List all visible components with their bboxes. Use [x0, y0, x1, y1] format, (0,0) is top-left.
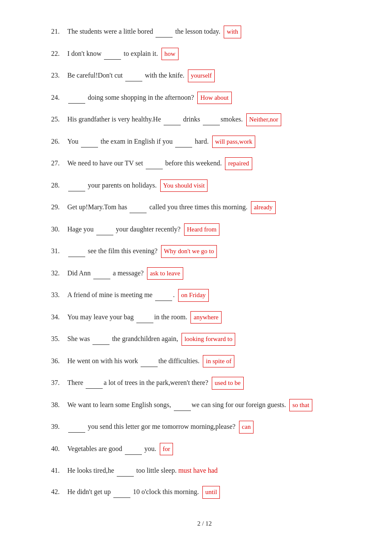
- blank: [130, 201, 147, 213]
- answer-box: on Friday: [178, 289, 209, 302]
- answer-box: Why don't we go to: [161, 245, 217, 258]
- blank: [164, 113, 181, 125]
- blank: [175, 136, 192, 147]
- q-text: He looks tired,he too little sleep. must…: [67, 465, 358, 477]
- question-item: 38.We want to learn some English songs, …: [51, 399, 358, 412]
- q-num: 27.: [51, 157, 67, 169]
- q-num: 33.: [51, 289, 67, 301]
- answer-box: anywhere: [190, 311, 221, 324]
- question-item: 40.Vegetables are good you. for: [51, 443, 358, 456]
- q-text: The students were a little bored the les…: [67, 26, 358, 38]
- question-item: 35.She was the grandchildren again, look…: [51, 333, 358, 346]
- question-item: 41.He looks tired,he too little sleep. m…: [51, 465, 358, 477]
- blank: [96, 223, 113, 235]
- question-item: 34.You may leave your bag in the room. a…: [51, 311, 358, 324]
- q-num: 23.: [51, 69, 67, 81]
- q-text: Did Ann a message? ask to leave: [67, 267, 358, 280]
- blank: [104, 48, 121, 60]
- question-item: 37.There a lot of trees in the park,were…: [51, 377, 358, 390]
- q-num: 24.: [51, 92, 67, 103]
- blank: [93, 267, 110, 279]
- question-item: 32.Did Ann a message? ask to leave: [51, 267, 358, 280]
- blank: [156, 26, 173, 38]
- answer-box: How about: [197, 92, 231, 104]
- q-num: 30.: [51, 223, 67, 235]
- question-item: 22.I don't know to explain it. how: [51, 48, 358, 61]
- page-footer: 2 / 12: [51, 520, 358, 527]
- q-num: 25.: [51, 113, 67, 125]
- blank: [81, 136, 98, 147]
- answer-box: so that: [289, 399, 312, 412]
- question-item: 39. you send this letter gor me tomorrow…: [51, 421, 358, 434]
- answer-box: ask to leave: [147, 267, 183, 280]
- q-text: There a lot of trees in the park,weren't…: [67, 377, 358, 390]
- answer-box: repaired: [225, 157, 252, 170]
- blank: [86, 377, 103, 389]
- blank: [125, 443, 142, 455]
- q-text: She was the grandchildren again, looking…: [67, 333, 358, 346]
- q-num: 37.: [51, 377, 67, 388]
- answer-box: with: [224, 26, 241, 38]
- blank: [92, 333, 110, 345]
- q-text: We need to have our TV set before this w…: [67, 157, 358, 170]
- question-item: 31. see the film this evening? Why don't…: [51, 245, 358, 258]
- blank: [68, 179, 85, 191]
- blank: [174, 399, 191, 411]
- question-item: 42.He didn't get up 10 o'clock this morn…: [51, 486, 358, 499]
- blank: [117, 465, 134, 477]
- q-num: 41.: [51, 465, 67, 476]
- answer-box: Heard from: [184, 223, 220, 236]
- q-text: I don't know to explain it. how: [67, 48, 358, 61]
- q-num: 21.: [51, 26, 67, 37]
- q-num: 29.: [51, 201, 67, 213]
- q-num: 38.: [51, 399, 67, 410]
- question-item: 29.Get up!Mary.Tom has called you three …: [51, 201, 358, 214]
- q-text: A friend of mine is meeting me . on Frid…: [67, 289, 358, 302]
- answer-box: how: [161, 48, 179, 61]
- q-text: Get up!Mary.Tom has called you three tim…: [67, 201, 358, 214]
- q-num: 26.: [51, 136, 67, 147]
- question-item: 23.Be careful!Don't cut with the knife. …: [51, 69, 358, 82]
- question-item: 27.We need to have our TV set before thi…: [51, 157, 358, 170]
- q-text: His grandfather is very healthy.He drink…: [67, 113, 358, 126]
- q-text: you send this letter gor me tomorrow mor…: [67, 421, 358, 434]
- q-text: doing some shopping in the afternoon? Ho…: [67, 92, 358, 104]
- answer-box: already: [251, 201, 276, 214]
- answer-box: can: [239, 421, 254, 434]
- q-num: 32.: [51, 267, 67, 279]
- q-text: He didn't get up 10 o'clock this morning…: [67, 486, 358, 499]
- blank: [136, 311, 153, 323]
- blank: [125, 69, 142, 81]
- question-item: 28. your parents on holidays. You should…: [51, 179, 358, 192]
- q-num: 36.: [51, 355, 67, 367]
- q-num: 34.: [51, 311, 67, 323]
- blank: [203, 113, 220, 125]
- q-text: Vegetables are good you. for: [67, 443, 358, 456]
- blank: [155, 289, 172, 301]
- blank: [68, 92, 85, 104]
- q-text: You the exam in English if you hard. wil…: [67, 136, 358, 148]
- question-item: 25.His grandfather is very healthy.He dr…: [51, 113, 358, 126]
- answer-box: until: [202, 486, 220, 499]
- answer-box: You should visit: [160, 179, 208, 192]
- question-item: 36.He went on with his work the difficul…: [51, 355, 358, 368]
- blank: [68, 245, 85, 257]
- answer-box: looking forward to: [182, 333, 235, 346]
- question-item: 24. doing some shopping in the afternoon…: [51, 92, 358, 104]
- blank: [146, 157, 163, 169]
- q-num: 31.: [51, 245, 67, 257]
- q-text: your parents on holidays. You should vis…: [67, 179, 358, 192]
- answer-plain: must have had: [178, 467, 217, 474]
- answer-box: in spite of: [203, 355, 234, 368]
- answer-box: for: [160, 443, 173, 456]
- q-text: see the film this evening? Why don't we …: [67, 245, 358, 258]
- q-num: 28.: [51, 179, 67, 191]
- answer-box: used to be: [212, 377, 244, 390]
- blank: [113, 486, 130, 498]
- q-text: Hage you your daughter recently? Heard f…: [67, 223, 358, 236]
- question-item: 30.Hage you your daughter recently? Hear…: [51, 223, 358, 236]
- q-text: He went on with his work the difficultie…: [67, 355, 358, 368]
- q-num: 40.: [51, 443, 67, 454]
- blank: [141, 355, 158, 367]
- question-item: 21.The students were a little bored the …: [51, 26, 358, 38]
